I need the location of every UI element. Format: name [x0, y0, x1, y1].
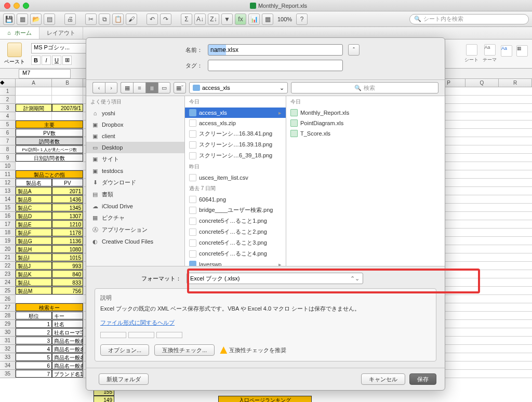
row-header[interactable]: 34 — [0, 361, 16, 370]
new-icon[interactable]: ▦ — [17, 14, 28, 25]
row-header[interactable]: 23 — [0, 270, 16, 278]
table-header[interactable]: 製品名 — [16, 179, 52, 186]
file-item[interactable]: Monthly_Report.xls — [286, 108, 445, 118]
font-family-select[interactable]: MS Pゴシッ... — [31, 43, 88, 53]
bottom-banner[interactable]: 入口ページランキング — [218, 396, 312, 402]
row-header[interactable]: 21 — [0, 253, 16, 262]
row-header[interactable]: 7 — [0, 137, 16, 145]
row-header[interactable]: 11 — [0, 170, 16, 179]
row-header[interactable]: 6 — [0, 129, 16, 137]
cell-product-name[interactable]: 製品B — [16, 195, 52, 203]
sidebar-item[interactable]: ⬇ダウンロード — [86, 177, 184, 189]
file-item[interactable]: concrete5イ…ること3.png — [185, 237, 286, 248]
table-header[interactable]: 順位 — [16, 312, 52, 319]
cell-value[interactable]: 2007/9/1 — [52, 104, 83, 112]
row-header[interactable]: 25 — [0, 287, 16, 295]
row-header[interactable]: 27 — [0, 303, 16, 312]
cell-product-name[interactable]: 製品F — [16, 229, 52, 236]
sort-desc-icon[interactable]: Z↓ — [208, 14, 219, 25]
print-icon[interactable]: 🖨 — [64, 14, 76, 25]
file-item[interactable]: concrete5イ…ること1.png — [185, 216, 286, 226]
cell-product-name[interactable]: 製品C — [16, 204, 52, 211]
col-header[interactable]: A — [16, 79, 52, 87]
cell-rank[interactable]: 3 — [16, 337, 52, 344]
sort-asc-icon[interactable]: A↓ — [194, 14, 206, 25]
col-header[interactable]: R — [499, 79, 532, 87]
file-item[interactable]: bridge____ユーザー検索.png — [185, 205, 286, 216]
forward-button[interactable]: › — [105, 82, 117, 93]
cell-product-value[interactable]: 1307 — [52, 212, 83, 220]
cell-product-value[interactable]: 1015 — [52, 253, 83, 261]
fx-icon[interactable]: fx — [235, 14, 246, 25]
sheet-group[interactable]: シート — [464, 44, 478, 63]
file-item[interactable]: layerswp▸ — [185, 259, 286, 266]
redo-icon[interactable]: ↷ — [160, 14, 171, 25]
section-header[interactable]: 製品ごとの指 — [16, 170, 83, 178]
section-header[interactable]: 主要 — [16, 120, 83, 128]
file-item[interactable]: T_Score.xls — [286, 128, 445, 139]
cell-product-value[interactable]: 1345 — [52, 204, 83, 211]
cancel-button[interactable]: キャンセル — [361, 373, 405, 385]
sidebar-item[interactable]: ▣Dropbox — [86, 119, 184, 130]
row-header[interactable]: 20 — [0, 245, 16, 253]
row-header[interactable]: 31 — [0, 337, 16, 345]
row-header[interactable]: 26 — [0, 295, 16, 303]
section-header[interactable]: 検索キー — [16, 303, 83, 311]
row-header[interactable]: 32 — [0, 345, 16, 353]
row-header[interactable]: 12 — [0, 179, 16, 187]
select-all-corner[interactable]: ◆ — [0, 79, 16, 87]
sheet-search-input[interactable]: 🔍 シート内を検索 — [409, 14, 529, 24]
autosum-icon[interactable]: Σ — [181, 14, 192, 25]
cell-product-value[interactable]: 1210 — [52, 220, 83, 228]
row-header[interactable]: 8 — [0, 145, 16, 154]
sidebar-item[interactable]: ▣testdocs — [86, 165, 184, 177]
underline-button[interactable]: U — [52, 56, 61, 65]
row-header[interactable]: 17 — [0, 220, 16, 229]
row-header[interactable]: 18 — [0, 229, 16, 237]
row-header[interactable]: 22 — [0, 262, 16, 270]
sidebar-item[interactable]: Ⓐアプリケーション — [86, 224, 184, 236]
file-item[interactable]: 60641.png — [185, 194, 286, 205]
row-header[interactable]: 5 — [0, 120, 16, 129]
cell-name[interactable]: 社名 — [52, 320, 83, 328]
group-by-button[interactable]: ▦ˇ — [174, 82, 186, 93]
theme-group[interactable]: Aaテーマ — [483, 44, 497, 63]
cell-product-value[interactable]: 993 — [52, 262, 83, 270]
font-theme-group[interactable]: Aa — [501, 45, 512, 63]
finder-search-input[interactable]: 🔍 検索 — [291, 82, 438, 93]
col-header[interactable]: B — [52, 79, 83, 87]
sidebar-item[interactable]: ☁iCloud Drive — [86, 200, 184, 212]
row-header[interactable]: 14 — [0, 195, 16, 204]
file-item[interactable]: スクリーンシ…6_39_18.png — [185, 150, 286, 161]
cell-rank[interactable]: 6 — [16, 361, 52, 369]
tag-input[interactable] — [208, 60, 343, 71]
close-icon[interactable] — [4, 3, 10, 9]
cell-name[interactable]: 商品名一般名称1 — [52, 337, 83, 344]
cell-product-value[interactable]: 1178 — [52, 229, 83, 236]
cell-product-name[interactable]: 製品L — [16, 278, 52, 286]
chart-icon[interactable]: 📊 — [248, 14, 260, 25]
row-header[interactable]: 33 — [0, 353, 16, 361]
save-button[interactable]: 保存 — [409, 373, 436, 385]
column-view-button[interactable]: ⫼ — [145, 82, 158, 93]
row-header[interactable]: 1 — [0, 87, 16, 96]
file-item[interactable]: access_xls▸ — [185, 108, 286, 118]
file-item[interactable]: スクリーンシ…16.39.18.png — [185, 139, 286, 150]
col-header[interactable]: Q — [466, 79, 499, 87]
file-item[interactable]: スクリーンシ…16.38.41.png — [185, 128, 286, 139]
cell-rank[interactable]: 5 — [16, 353, 52, 361]
file-item[interactable]: concrete5イ…ること4.png — [185, 248, 286, 259]
row-header[interactable]: 9 — [0, 154, 16, 162]
cell-rank[interactable]: 1 — [16, 320, 52, 328]
row-header[interactable]: 13 — [0, 187, 16, 195]
zoom-value[interactable]: 100% — [275, 16, 294, 22]
sidebar-item[interactable]: ▤書類 — [86, 189, 184, 200]
show-icon[interactable]: ▦ — [262, 14, 273, 25]
sidebar-item[interactable]: ◐Creative Cloud Files — [86, 236, 184, 247]
cell-product-name[interactable]: 製品J — [16, 262, 52, 270]
tab-home[interactable]: ⌂ホーム — [0, 27, 39, 39]
cell-value[interactable]: 149 — [94, 396, 114, 402]
cell-product-name[interactable]: 製品D — [16, 212, 52, 220]
file-format-help-link[interactable]: ファイル形式に関するヘルプ — [100, 319, 175, 326]
row-header[interactable]: 2 — [0, 96, 16, 104]
